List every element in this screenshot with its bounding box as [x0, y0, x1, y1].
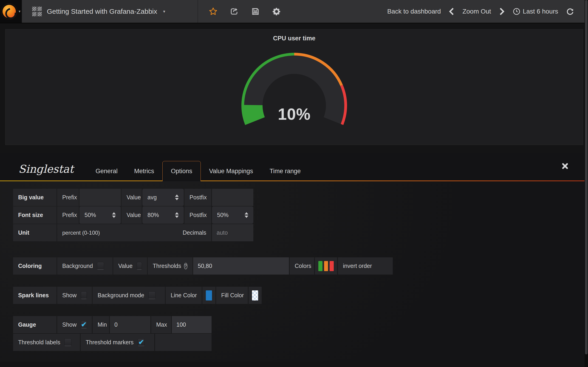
- threshold-color-swatch-orange[interactable]: [324, 261, 328, 271]
- threshold-markers-label: Threshold markers: [86, 339, 133, 346]
- settings-button[interactable]: [271, 6, 282, 17]
- threshold-labels-label: Threshold labels: [18, 339, 60, 346]
- gauge-label: Gauge: [13, 316, 57, 333]
- tab-value-mappings[interactable]: Value Mappings: [201, 161, 261, 181]
- gauge-row: Gauge Show ✔ Min Max: [13, 316, 588, 333]
- tab-time-range[interactable]: Time range: [261, 161, 309, 181]
- gauge-min-label: Min: [93, 316, 109, 333]
- time-shift-right-button[interactable]: [499, 8, 505, 15]
- big-value-postfix-input[interactable]: [212, 189, 253, 206]
- options-form: Big value Prefix Value avg Postfix Font …: [0, 181, 588, 362]
- font-size-prefix-select[interactable]: 50%: [79, 206, 121, 224]
- spark-show-cell: Show: [57, 287, 92, 304]
- top-navbar: ▾ Getting Started with Grafana-Zabbix ▾: [0, 0, 588, 23]
- time-shift-left-button[interactable]: [449, 8, 455, 15]
- zoom-out-button[interactable]: Zoom Out: [462, 8, 491, 15]
- save-button[interactable]: [250, 6, 260, 17]
- time-range-label: Last 6 hours: [523, 8, 558, 15]
- fill-color-swatch-cell: [249, 287, 262, 304]
- panel-editor: Singlestat General Metrics Options Value…: [0, 152, 588, 362]
- vertical-scrollbar[interactable]: [585, 0, 588, 367]
- select-arrows-icon: [245, 212, 248, 218]
- gauge-min-input-cell: [110, 316, 150, 333]
- coloring-background-cell: Background: [57, 257, 112, 275]
- font-size-value-select[interactable]: 80%: [142, 206, 184, 224]
- big-value-prefix-input[interactable]: [79, 189, 121, 206]
- editor-header: Singlestat General Metrics Options Value…: [0, 152, 588, 181]
- font-size-row: Font size Prefix 50% Value 80% Postfix 5…: [13, 206, 588, 224]
- share-button[interactable]: [229, 6, 239, 17]
- coloring-label: Coloring: [13, 257, 57, 275]
- font-size-postfix-selected: 50%: [217, 212, 229, 218]
- threshold-markers-checkbox[interactable]: ✔: [138, 339, 145, 346]
- font-size-postfix-label: Postfix: [184, 206, 211, 224]
- tab-general[interactable]: General: [87, 161, 126, 181]
- gauge-min-input[interactable]: [110, 316, 150, 333]
- big-value-postfix-input-cell: [212, 189, 253, 206]
- gear-icon: [272, 7, 281, 16]
- logo-caret-icon: ▾: [19, 9, 20, 14]
- save-icon: [251, 7, 260, 16]
- gauge-value: 10%: [237, 105, 352, 123]
- time-picker-button[interactable]: Last 6 hours: [513, 8, 558, 15]
- select-arrows-icon: [175, 194, 179, 200]
- title-caret-icon: ▾: [163, 9, 165, 14]
- singlestat-panel[interactable]: CPU user time 10%: [5, 29, 583, 145]
- back-to-dashboard-button[interactable]: Back to dashboard: [387, 8, 441, 15]
- gauge-show-checkbox[interactable]: ✔: [81, 321, 87, 328]
- big-value-row: Big value Prefix Value avg Postfix: [13, 189, 588, 206]
- fill-color-swatch[interactable]: [252, 290, 258, 300]
- gauge-max-input[interactable]: [172, 316, 212, 333]
- chevron-left-icon: [449, 8, 455, 15]
- editor-close-button[interactable]: [562, 163, 569, 169]
- tab-metrics[interactable]: Metrics: [126, 161, 162, 181]
- coloring-background-label: Background: [62, 263, 93, 269]
- threshold-labels-cell: Threshold labels: [13, 334, 80, 351]
- close-icon: [562, 163, 569, 169]
- editor-tab-underline: [0, 181, 588, 181]
- threshold-color-swatch-green[interactable]: [318, 261, 322, 271]
- refresh-icon: [566, 7, 574, 16]
- help-icon[interactable]: ?: [184, 263, 187, 269]
- star-icon: [208, 7, 218, 16]
- gauge-max-input-cell: [172, 316, 212, 333]
- scrollbar-thumb[interactable]: [585, 0, 588, 354]
- select-arrows-icon: [112, 212, 116, 218]
- big-value-value-label: Value: [121, 189, 142, 206]
- unit-value-link[interactable]: percent (0-100): [62, 230, 100, 236]
- spark-background-mode-checkbox[interactable]: [148, 292, 156, 299]
- fill-color-label: Fill Color: [216, 287, 248, 304]
- dashboard-title: Getting Started with Grafana-Zabbix: [47, 8, 157, 15]
- threshold-labels-checkbox[interactable]: [64, 339, 71, 346]
- font-size-prefix-selected: 50%: [85, 212, 96, 218]
- thresholds-input[interactable]: [193, 257, 289, 275]
- dashboard-title-dropdown[interactable]: Getting Started with Grafana-Zabbix ▾: [22, 0, 198, 23]
- decimals-label: Decimals: [183, 229, 206, 236]
- gauge-show-cell: Show ✔: [57, 316, 92, 333]
- dashboard-area: CPU user time 10%: [0, 23, 588, 145]
- threshold-color-swatch-red[interactable]: [330, 261, 334, 271]
- star-button[interactable]: [208, 6, 218, 17]
- invert-order-link[interactable]: invert order: [343, 263, 372, 269]
- decimals-input[interactable]: [212, 224, 253, 241]
- font-size-postfix-select[interactable]: 50%: [212, 206, 253, 224]
- grafana-logo-button[interactable]: ▾: [0, 0, 22, 23]
- threshold-options-row: Threshold labels Threshold markers ✔: [13, 334, 588, 351]
- unit-value-cell: percent (0-100) Decimals: [57, 224, 211, 241]
- coloring-value-checkbox[interactable]: [137, 262, 142, 270]
- thresholds-input-cell: [193, 257, 289, 275]
- thresholds-cell: Thresholds ?: [148, 257, 192, 275]
- dashboard-grid-icon: [32, 7, 42, 16]
- big-value-value-select[interactable]: avg: [142, 189, 184, 206]
- line-color-swatch[interactable]: [206, 290, 212, 300]
- coloring-value-cell: Value: [113, 257, 147, 275]
- big-value-prefix-label: Prefix: [57, 189, 79, 206]
- tab-options[interactable]: Options: [162, 161, 201, 181]
- refresh-button[interactable]: [566, 7, 574, 16]
- spark-show-checkbox[interactable]: [81, 292, 87, 299]
- chevron-right-icon: [499, 8, 505, 15]
- coloring-background-checkbox[interactable]: [97, 262, 104, 270]
- unit-row: Unit percent (0-100) Decimals: [13, 224, 588, 241]
- threshold-empty-cell: [155, 334, 212, 351]
- thresholds-label: Thresholds: [153, 263, 181, 269]
